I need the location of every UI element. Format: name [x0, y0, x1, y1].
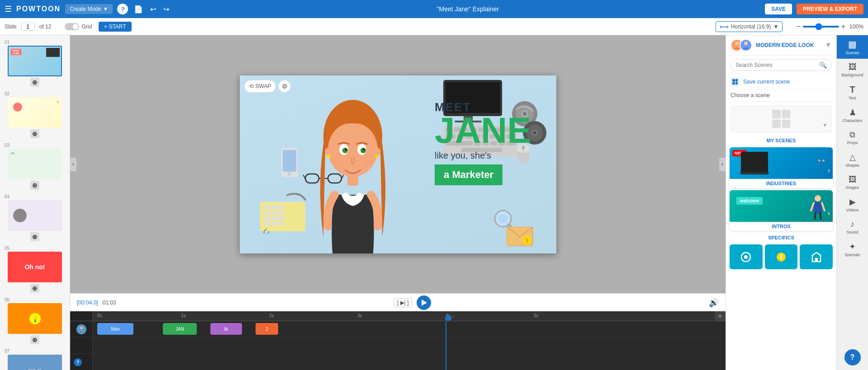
svg-rect-61	[278, 222, 284, 225]
background-label: Background	[841, 73, 863, 77]
slide-item[interactable]: 05 Oh no! ⊕	[0, 244, 70, 295]
svg-rect-50	[265, 206, 270, 209]
svg-rect-54	[271, 211, 277, 215]
characters-icon: ♟	[849, 108, 856, 117]
undo-icon[interactable]: ↩	[150, 5, 156, 14]
start-button[interactable]: + START	[99, 22, 132, 32]
sidebar-item-characters[interactable]: ♟ Characters	[837, 104, 868, 126]
shapes-label: Shapes	[845, 163, 859, 168]
grid-toggle[interactable]	[65, 23, 79, 30]
grid-label: Grid	[81, 23, 92, 30]
svg-line-89	[822, 203, 825, 211]
envelope: $	[507, 227, 534, 249]
specials-icon: ✦	[849, 242, 856, 252]
doc-icon[interactable]: 📄	[134, 5, 143, 14]
aspect-selector[interactable]: ⟺ Horizontal (16:9) ▼	[716, 21, 783, 32]
sidebar-item-shapes[interactable]: △ Shapes	[837, 149, 868, 171]
zoom-minus-button[interactable]: −	[796, 23, 800, 31]
sidebar-item-text[interactable]: T Text	[837, 81, 868, 104]
swap-icon: ⟲	[249, 83, 254, 89]
slide-number-input[interactable]	[21, 23, 35, 31]
character-jane	[308, 91, 398, 253]
svg-rect-52	[278, 206, 284, 209]
time-current: [00:04.0]	[77, 300, 98, 306]
slide-add-button[interactable]: ⊕	[30, 232, 39, 241]
scenes-panel-dropdown[interactable]: ▼	[825, 41, 832, 49]
search-scenes-input[interactable]	[735, 62, 817, 68]
slide-add-button[interactable]: ⊕	[30, 284, 39, 293]
sidebar-item-sound[interactable]: ♪ Sound	[837, 216, 868, 238]
industries-scene-arrow[interactable]: ›	[828, 166, 830, 174]
swap-button[interactable]: ⟲ SWAP	[244, 80, 276, 93]
props-icon: ⧉	[849, 130, 855, 140]
intros-scene-card[interactable]: welcome › INTROS	[730, 190, 833, 231]
create-mode-button[interactable]: Create Mode ▼	[65, 4, 113, 14]
specifics-card-2[interactable]: $	[765, 244, 798, 269]
frame-button[interactable]: [ ▶| ]	[394, 298, 412, 307]
svg-rect-42	[283, 150, 296, 172]
intros-scene-arrow[interactable]: ›	[828, 209, 830, 217]
zoom-slider[interactable]	[803, 26, 839, 28]
redo-icon[interactable]: ↪	[163, 5, 169, 14]
svg-point-67	[327, 155, 331, 158]
slide-add-button[interactable]: ⊕	[30, 181, 39, 190]
svg-point-84	[735, 42, 739, 45]
main-canvas[interactable]: ⟲ SWAP ⚙	[240, 75, 556, 253]
help-button[interactable]: ?	[117, 4, 128, 14]
svg-rect-87	[814, 202, 822, 213]
sound-label: Sound	[846, 230, 858, 234]
svg-text:$: $	[526, 238, 528, 243]
slide-add-button[interactable]: ⊕	[30, 129, 39, 138]
right-sidebar: ▦ Scenes 🖼 Background T Text ♟ Character…	[836, 35, 868, 370]
slide-item[interactable]: 04 ⊕	[0, 192, 70, 244]
sidebar-item-images[interactable]: 🖼 Images	[837, 171, 868, 193]
settings-button[interactable]: ⚙	[278, 80, 291, 93]
zoom-plus-button[interactable]: +	[841, 23, 845, 31]
zoom-controls: − + 100%	[796, 23, 863, 31]
svg-rect-51	[271, 206, 277, 209]
slide-item[interactable]: 02 ? ⊕	[0, 89, 70, 141]
save-scene-button[interactable]: Save current scene	[726, 75, 836, 89]
characters-label: Characters	[842, 118, 862, 123]
specifics-card-1[interactable]	[730, 244, 763, 269]
slide-item[interactable]: 07 Slide 07	[0, 347, 70, 370]
sidebar-item-specials[interactable]: ✦ Specials	[837, 238, 868, 261]
save-button[interactable]: SAVE	[765, 4, 792, 14]
svg-point-85	[744, 42, 748, 45]
scene-placeholder[interactable]: ▼	[730, 105, 832, 132]
menu-icon[interactable]: ☰	[5, 4, 12, 14]
canvas-container: ‹ ⟲ SWAP ⚙	[70, 35, 726, 293]
topbar: ☰ POWTOON Create Mode ▼ ? 📄 ↩ ↪ "Meet Ja…	[0, 0, 868, 18]
slide-label: Slide	[5, 23, 17, 30]
sidebar-item-videos[interactable]: ▶ Videos	[837, 193, 868, 216]
help-button-sidebar[interactable]: ?	[844, 349, 861, 365]
logo: POWTOON	[16, 5, 61, 13]
slide-item[interactable]: 03 C● ⊕	[0, 141, 70, 192]
industries-scene-card[interactable]: NEW 👓 › INDUSTRIES	[730, 147, 833, 188]
images-label: Images	[846, 185, 859, 190]
timeline-help-button[interactable]: ?	[74, 358, 82, 366]
slide-add-button[interactable]: ⊕	[30, 335, 39, 344]
time-total: 01:03	[103, 300, 116, 306]
sidebar-item-scenes[interactable]: ▦ Scenes	[837, 35, 868, 59]
specifics-cards: $	[726, 242, 836, 272]
avatar-man	[740, 39, 752, 52]
volume-button[interactable]: 🔊	[709, 298, 719, 308]
play-button[interactable]	[417, 295, 431, 310]
sidebar-item-background[interactable]: 🖼 Background	[837, 59, 868, 81]
slide-add-button[interactable]: ⊕	[30, 78, 39, 87]
sidebar-item-props[interactable]: ⧉ Props	[837, 126, 868, 149]
collapse-right-button[interactable]: ›	[719, 158, 726, 171]
svg-point-75	[334, 160, 343, 166]
svg-rect-56	[265, 216, 270, 220]
slide-item[interactable]: 01 MEETJANE ⊕	[0, 37, 70, 89]
preview-export-button[interactable]: PREVIEW & EXPORT	[797, 4, 863, 14]
scenes-scroll: NEW 👓 › INDUSTRIES welcome	[726, 145, 836, 370]
search-icon: 🔍	[819, 61, 827, 69]
svg-point-43	[288, 172, 291, 176]
specifics-card-3[interactable]	[800, 244, 833, 269]
timeline-add-button[interactable]: +	[715, 311, 726, 321]
slide-item[interactable]: 06 💡 ⊕	[0, 295, 70, 347]
collapse-left-button[interactable]: ‹	[70, 158, 76, 171]
svg-point-72	[360, 148, 366, 153]
